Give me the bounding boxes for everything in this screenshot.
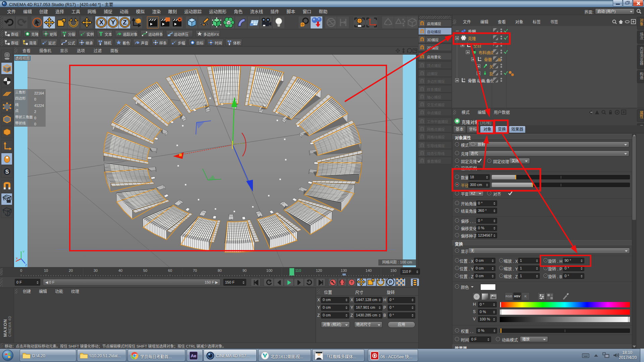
svg-text:Y: Y <box>111 19 115 26</box>
svg-text:10: 10 <box>44 268 48 273</box>
svg-text:110: 110 <box>295 268 301 273</box>
svg-text:0: 0 <box>464 78 465 81</box>
svg-text:0: 0 <box>20 268 22 273</box>
svg-text:S: S <box>5 169 9 175</box>
svg-text:60: 60 <box>168 268 172 273</box>
svg-text:40: 40 <box>118 268 122 273</box>
svg-text:0: 0 <box>469 43 471 46</box>
svg-text:80: 80 <box>218 268 222 273</box>
svg-text:140: 140 <box>366 268 372 273</box>
svg-text:30: 30 <box>94 268 98 273</box>
svg-text:?: ? <box>351 280 353 284</box>
svg-text:70: 70 <box>193 268 197 273</box>
svg-text:20: 20 <box>69 268 73 273</box>
svg-text:Z: Z <box>123 19 127 26</box>
svg-text:Ae: Ae <box>191 353 197 358</box>
svg-text:90: 90 <box>243 268 247 273</box>
svg-text:X: X <box>99 19 104 26</box>
svg-text:130: 130 <box>341 268 347 273</box>
svg-text:100: 100 <box>266 268 272 273</box>
svg-text:P: P <box>389 280 392 285</box>
svg-text:50: 50 <box>143 268 147 273</box>
svg-text:150: 150 <box>390 268 396 273</box>
svg-text:0: 0 <box>480 57 481 60</box>
svg-text:X: X <box>16 257 18 260</box>
svg-text:120: 120 <box>316 268 322 273</box>
svg-text:Y: Y <box>22 250 24 253</box>
svg-text:Z: Z <box>25 263 27 266</box>
